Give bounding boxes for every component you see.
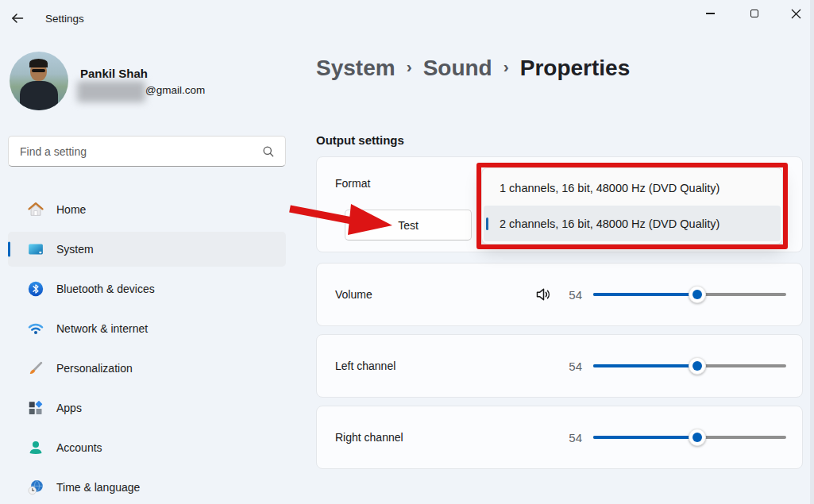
home-icon [27, 201, 44, 218]
minimize-icon [706, 13, 715, 13]
slider-thumb[interactable] [689, 286, 706, 303]
sidebar-item-accounts[interactable]: Accounts [8, 430, 286, 465]
sidebar-item-label: Time & language [56, 481, 140, 494]
minimize-button[interactable] [692, 0, 728, 27]
profile-email-suffix: @gmail.com [145, 84, 205, 96]
breadcrumb-separator: › [407, 57, 412, 76]
left-channel-label: Left channel [335, 360, 395, 372]
search-input[interactable] [9, 145, 262, 158]
maximize-icon [750, 10, 758, 17]
search-box[interactable] [8, 136, 286, 167]
format-label: Format [335, 177, 370, 190]
window-title: Settings [45, 13, 84, 25]
sidebar-item-apps[interactable]: Apps [8, 391, 286, 425]
profile-name: Pankil Shah [80, 67, 148, 80]
back-arrow-icon [10, 11, 25, 25]
volume-value: 54 [555, 288, 582, 302]
sidebar-item-label: Home [56, 203, 86, 216]
network-wifi-icon [27, 320, 44, 337]
apps-icon [27, 399, 44, 417]
volume-slider[interactable] [593, 286, 786, 303]
left-channel-slider[interactable] [593, 357, 786, 375]
speaker-icon[interactable] [532, 283, 554, 306]
volume-label: Volume [335, 288, 372, 301]
bluetooth-icon [27, 280, 44, 298]
section-heading: Output settings [316, 133, 404, 147]
avatar-hair [29, 59, 48, 67]
breadcrumb: System › Sound › Properties [316, 56, 630, 81]
breadcrumb-separator: › [503, 57, 509, 76]
breadcrumb-sound[interactable]: Sound [423, 56, 492, 81]
sidebar-item-label: Personalization [56, 362, 133, 375]
sidebar-nav: Home System Bluetooth & devices [8, 192, 286, 504]
volume-card: Volume 54 [316, 263, 803, 326]
avatar[interactable] [10, 52, 68, 110]
slider-fill [593, 364, 697, 367]
sidebar-item-bluetooth-devices[interactable]: Bluetooth & devices [8, 271, 286, 306]
slider-fill [593, 293, 697, 296]
close-icon [791, 9, 801, 19]
selected-indicator-pill [8, 242, 10, 257]
slider-thumb[interactable] [689, 357, 706, 375]
sidebar-item-label: Bluetooth & devices [56, 283, 155, 295]
selected-option-pill [486, 217, 488, 230]
system-icon [27, 240, 44, 258]
sidebar-item-system[interactable]: System [8, 232, 286, 267]
maximize-button[interactable] [736, 0, 773, 27]
slider-fill [593, 436, 697, 439]
sidebar-item-home[interactable]: Home [8, 192, 286, 227]
time-language-icon [27, 479, 44, 496]
slider-thumb[interactable] [689, 429, 706, 446]
dropdown-option-1[interactable]: 1 channels, 16 bit, 48000 Hz (DVD Qualit… [484, 170, 781, 206]
avatar-torso [20, 81, 58, 110]
sidebar-item-label: Network & internet [56, 322, 148, 335]
right-channel-slider[interactable] [593, 429, 786, 446]
breadcrumb-system[interactable]: System [316, 56, 395, 81]
right-channel-card: Right channel 54 [316, 406, 803, 469]
sidebar-item-label: System [56, 243, 94, 256]
sidebar-item-network-internet[interactable]: Network & internet [8, 311, 286, 346]
dropdown-option-label: 2 channels, 16 bit, 48000 Hz (DVD Qualit… [500, 217, 719, 230]
sidebar-item-time-language[interactable]: Time & language [8, 470, 286, 504]
personalization-brush-icon [27, 360, 44, 377]
close-button[interactable] [777, 0, 814, 27]
right-channel-label: Right channel [335, 431, 403, 444]
right-channel-value: 54 [555, 431, 582, 444]
format-dropdown-flyout: 1 channels, 16 bit, 48000 Hz (DVD Qualit… [481, 167, 783, 244]
left-channel-card: Left channel 54 [316, 334, 803, 398]
dropdown-option-2-selected[interactable]: 2 channels, 16 bit, 48000 Hz (DVD Qualit… [484, 206, 781, 241]
back-button[interactable] [5, 6, 30, 30]
search-icon [262, 145, 275, 158]
email-redaction-blur [77, 81, 145, 102]
sidebar-item-personalization[interactable]: Personalization [8, 351, 286, 386]
avatar-sunglasses [32, 69, 45, 72]
accounts-person-icon [27, 439, 44, 456]
sidebar-item-label: Apps [56, 402, 82, 414]
left-channel-value: 54 [555, 360, 582, 373]
test-button[interactable]: Test [345, 210, 472, 240]
breadcrumb-properties: Properties [520, 56, 631, 81]
sidebar-item-label: Accounts [56, 441, 102, 454]
window-right-edge [810, 0, 814, 504]
